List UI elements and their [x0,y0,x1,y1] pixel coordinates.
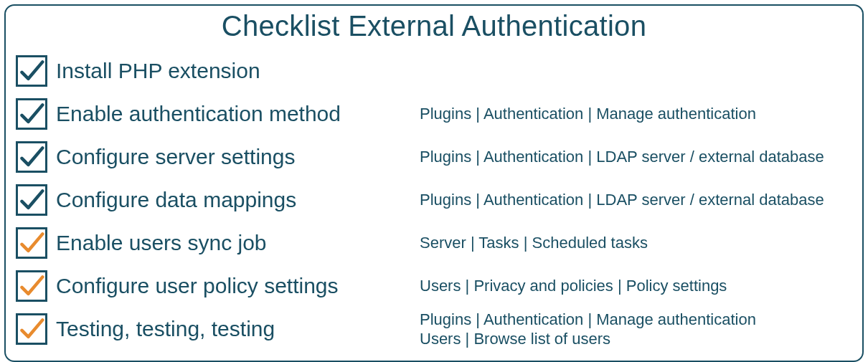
item-label: Configure user policy settings [56,274,411,298]
checkmark-icon [19,230,44,256]
checkmark-icon [19,58,44,84]
item-label: Install PHP extension [56,59,411,83]
checklist-row: Configure server settings Plugins | Auth… [16,135,852,178]
checklist-row: Enable users sync job Server | Tasks | S… [16,222,852,265]
checkbox [16,270,47,302]
item-label: Testing, testing, testing [56,317,411,341]
checklist-panel: Checklist External Authentication Instal… [4,4,864,362]
checklist-row: Enable authentication method Plugins | A… [16,92,852,135]
item-path: Server | Tasks | Scheduled tasks [420,233,648,253]
item-path: Plugins | Authentication | Manage authen… [420,104,756,124]
checklist-row: Configure user policy settings Users | P… [16,265,852,308]
panel-title: Checklist External Authentication [16,10,852,42]
checkbox [16,184,47,216]
checkmark-icon [19,316,44,342]
checklist-row: Configure data mappings Plugins | Authen… [16,178,852,222]
item-path: Plugins | Authentication | LDAP server /… [420,147,824,167]
item-path: Plugins | Authentication | LDAP server /… [420,190,824,210]
checklist-row: Install PHP extension [16,49,852,92]
checkbox [16,98,47,130]
item-label: Configure data mappings [56,188,411,212]
checkmark-icon [19,144,44,170]
item-label: Configure server settings [56,145,411,169]
checkmark-icon [19,101,44,127]
checklist-row: Testing, testing, testing Plugins | Auth… [16,308,852,351]
checkbox [16,313,47,345]
checkmark-icon [19,187,44,213]
checkbox [16,55,47,87]
checkmark-icon [19,273,44,299]
checkbox [16,227,47,259]
checkbox [16,141,47,173]
item-label: Enable authentication method [56,102,411,126]
item-path: Plugins | Authentication | Manage authen… [420,310,756,349]
item-path: Users | Privacy and policies | Policy se… [420,276,727,296]
item-label: Enable users sync job [56,231,411,255]
